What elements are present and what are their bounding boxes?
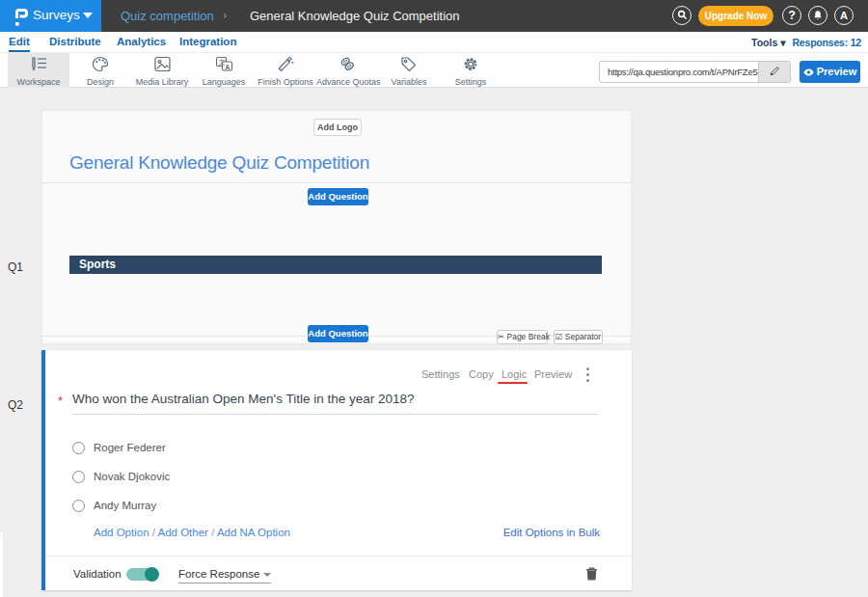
svg-text:A: A [225,64,230,70]
